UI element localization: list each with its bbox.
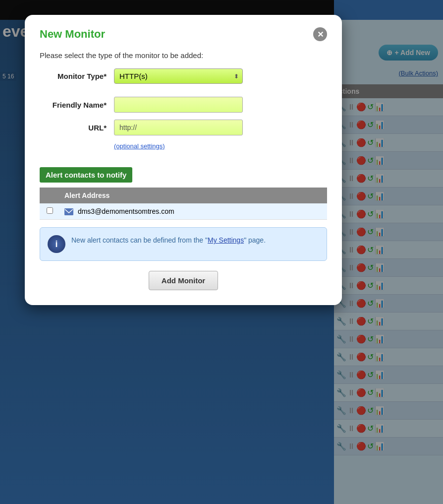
modal-close-button[interactable]: ✕: [313, 27, 327, 41]
monitor-type-row: Monitor Type* HTTP(s) Keyword Ping Port …: [40, 68, 327, 84]
spacer2: [40, 160, 327, 167]
modal-header: New Monitor ✕: [40, 27, 327, 41]
modal-subtitle: Please select the type of the monitor to…: [40, 51, 327, 60]
monitor-type-select-wrapper: HTTP(s) Keyword Ping Port ⬍: [114, 68, 243, 84]
optional-settings-link[interactable]: (optional settings): [114, 142, 327, 150]
alert-section-header: Alert contacts to notify: [40, 167, 132, 183]
alert-table-header-row: Alert Address: [40, 188, 327, 203]
spacer: [40, 91, 327, 97]
url-row: URL*: [40, 120, 327, 135]
alert-table-col-address: Alert Address: [59, 188, 327, 203]
modal-title: New Monitor: [40, 28, 105, 41]
info-box: i New alert contacts can be defined from…: [40, 227, 327, 261]
monitor-type-select[interactable]: HTTP(s) Keyword Ping Port: [114, 68, 243, 84]
friendly-name-row: Friendly Name*: [40, 97, 327, 113]
alert-contact-checkbox-cell: [40, 203, 59, 220]
new-monitor-modal: New Monitor ✕ Please select the type of …: [25, 15, 342, 305]
my-settings-link[interactable]: My Settings: [208, 236, 244, 244]
alert-contact-row: dms3@demomentsomtres.com: [40, 203, 327, 220]
info-icon: i: [48, 235, 65, 253]
url-input[interactable]: [114, 120, 243, 135]
alert-contact-email: dms3@demomentsomtres.com: [78, 207, 174, 215]
alert-contact-email-cell: dms3@demomentsomtres.com: [59, 203, 327, 220]
svg-rect-0: [64, 208, 73, 215]
info-text-before: New alert contacts can be defined from t…: [71, 236, 208, 244]
info-text-after: " page.: [244, 236, 266, 244]
alert-contact-checkbox[interactable]: [47, 207, 53, 214]
alert-contacts-table: Alert Address dms3@demomentsomtres.com: [40, 188, 327, 220]
alert-table-col-checkbox: [40, 188, 59, 203]
monitor-type-label: Monitor Type*: [40, 72, 114, 80]
url-label: URL*: [40, 124, 114, 132]
info-text: New alert contacts can be defined from t…: [71, 235, 266, 246]
add-monitor-button[interactable]: Add Monitor: [149, 271, 218, 290]
friendly-name-label: Friendly Name*: [40, 101, 114, 109]
email-icon: [64, 208, 73, 215]
friendly-name-input[interactable]: [114, 97, 243, 113]
